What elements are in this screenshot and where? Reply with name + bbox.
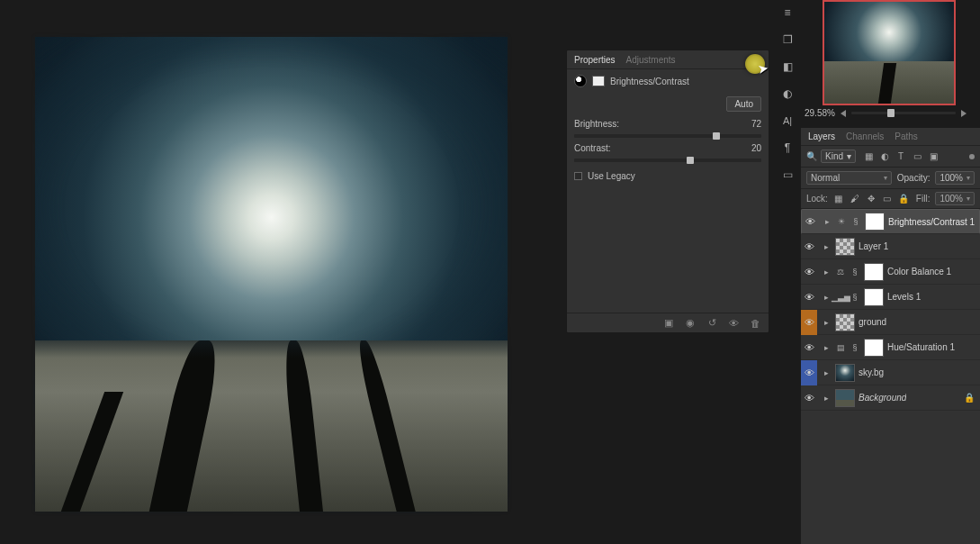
link-icon[interactable]: § [850,342,860,353]
layer-name[interactable]: Levels 1 [887,292,921,302]
visibility-eye-icon[interactable]: 👁 [803,292,815,303]
layer-thumbnail[interactable] [835,238,855,256]
layer-row[interactable]: 👁▸▁▃▅§Levels 1 [801,285,980,310]
swatches-icon[interactable]: ◐ [780,86,795,101]
use-legacy-checkbox[interactable] [574,172,582,180]
contrast-slider[interactable] [574,159,761,162]
expand-icon[interactable]: ▸ [821,367,832,378]
tab-layers[interactable]: Layers [808,131,835,141]
document-canvas[interactable] [35,37,508,512]
libraries-icon[interactable]: ◧ [780,59,795,74]
expand-icon[interactable]: ▸ [821,241,832,252]
filter-kind-select[interactable]: Kind ▾ [821,150,856,163]
lock-artboard-icon[interactable]: ▭ [882,194,893,204]
link-icon[interactable]: § [850,292,860,303]
visibility-eye-icon[interactable]: 👁 [804,216,816,227]
layer-row[interactable]: 👁▸Background🔒 [801,385,980,411]
expand-icon[interactable]: ▸ [821,317,832,328]
expand-icon[interactable]: ▸ [822,216,832,227]
filter-type-icon[interactable]: T [895,151,906,162]
layer-name[interactable]: ground [859,317,886,327]
layer-mask-thumb[interactable] [864,339,884,357]
visibility-eye-icon[interactable]: 👁 [803,317,815,328]
zoom-slider[interactable] [851,112,956,114]
fill-select[interactable]: 100% ▾ [935,192,975,205]
contrast-slider-thumb[interactable] [687,157,694,164]
more-icon[interactable]: ▭ [780,168,795,182]
tab-properties[interactable]: Properties [574,55,616,65]
lock-position-icon[interactable]: ✥ [866,194,877,204]
brightness-contrast-icon [574,75,587,87]
3d-icon[interactable]: ❐ [780,32,795,47]
filter-pixel-icon[interactable]: ▦ [863,151,874,162]
filter-shape-icon[interactable]: ▭ [912,151,922,162]
layer-name[interactable]: Brightness/Contrast 1 [888,217,975,227]
zoom-slider-thumb[interactable] [887,109,895,117]
layer-name[interactable]: Layer 1 [859,241,888,251]
opacity-value: 100% [940,173,963,183]
expand-icon[interactable]: ▸ [821,342,832,353]
layer-thumbnail[interactable] [835,389,855,407]
contrast-value[interactable]: 20 [751,143,761,153]
layer-mask-thumb[interactable] [865,213,885,231]
brightness-slider-thumb[interactable] [713,132,720,140]
view-previous-icon[interactable]: ◉ [684,317,697,330]
expand-icon[interactable]: ▸ [821,393,832,403]
blend-mode-select[interactable]: Normal ▾ [806,171,892,185]
reset-icon[interactable]: ↺ [706,317,718,330]
layer-name[interactable]: Color Balance 1 [887,267,951,277]
filter-smart-icon[interactable]: ▣ [928,151,939,162]
layer-mask-thumb[interactable] [592,76,605,86]
layer-row[interactable]: 👁▸▤§Hue/Saturation 1 [801,335,980,360]
layer-row[interactable]: 👁▸Layer 1 [801,234,980,259]
zoom-percent[interactable]: 29.58% [805,108,835,118]
visibility-eye-icon[interactable]: 👁 [803,342,815,353]
opacity-label: Opacity: [897,173,931,183]
navigator-preview[interactable] [823,0,956,105]
layer-name[interactable]: Hue/Saturation 1 [887,342,955,352]
tab-channels[interactable]: Channels [846,131,884,141]
paragraph-icon[interactable]: ¶ [780,141,795,155]
visibility-eye-icon[interactable]: 👁 [803,393,815,403]
lock-transparency-icon[interactable]: ▦ [833,194,844,204]
tab-paths[interactable]: Paths [895,131,918,141]
zoom-in-icon[interactable] [961,110,967,117]
brightness-value[interactable]: 72 [751,119,761,129]
layer-row[interactable]: 👁▸☀§Brightness/Contrast 1 [801,209,980,234]
layer-name[interactable]: sky.bg [859,367,884,377]
lock-pixels-icon[interactable]: 🖌 [850,194,860,204]
layer-mask-thumb[interactable] [864,263,884,281]
zoom-out-icon[interactable] [841,110,846,117]
layer-thumbnail[interactable] [835,364,855,382]
properties-panel: Properties Adjustments Brightness/Contra… [566,50,769,333]
delete-adjustment-icon[interactable]: 🗑 [749,317,761,330]
layer-row[interactable]: 👁▸sky.bg [801,360,980,385]
opacity-select[interactable]: 100% ▾ [935,171,975,185]
lock-all-icon[interactable]: 🔒 [898,194,909,204]
blend-mode-value: Normal [811,173,840,183]
expand-icon[interactable]: ▸ [821,292,832,303]
character-icon[interactable]: A| [780,113,795,128]
layer-row[interactable]: 👁▸⚖§Color Balance 1 [801,259,980,285]
filter-toggle-icon[interactable] [969,154,975,159]
visibility-eye-icon[interactable]: 👁 [803,241,815,252]
brightness-slider[interactable] [574,134,761,138]
expand-icon[interactable]: ▸ [821,267,832,277]
tab-adjustments[interactable]: Adjustments [626,55,676,65]
lock-icon: 🔒 [964,393,976,403]
brightness-label: Brightness: [574,119,619,129]
layer-name[interactable]: Background [859,393,906,403]
toggle-visibility-icon[interactable]: 👁 [727,317,740,330]
adjustments-icon[interactable]: ≡ [780,5,795,20]
visibility-eye-icon[interactable]: 👁 [803,367,815,378]
link-icon[interactable]: § [850,267,860,277]
visibility-eye-icon[interactable]: 👁 [803,267,815,277]
auto-button[interactable]: Auto [726,96,761,112]
link-icon[interactable]: § [850,216,861,227]
layer-thumbnail[interactable] [835,313,855,331]
layer-row[interactable]: 👁▸ground [801,310,980,335]
layer-mask-thumb[interactable] [864,288,884,306]
filter-adjustment-icon[interactable]: ◐ [879,151,890,162]
use-legacy-label: Use Legacy [588,171,635,181]
clip-to-layer-icon[interactable]: ▣ [662,317,675,330]
